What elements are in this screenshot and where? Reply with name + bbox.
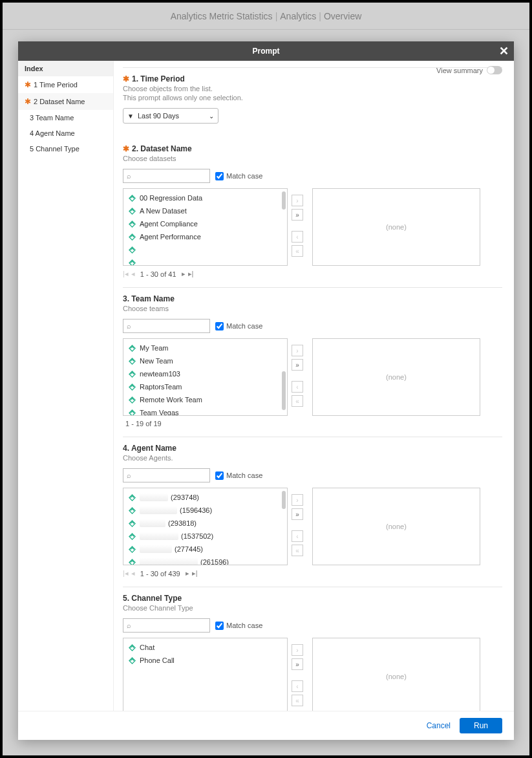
close-icon[interactable]: ✕ <box>499 44 509 58</box>
list-item-label: Phone Call <box>140 656 175 664</box>
list-item[interactable]: (293748) <box>123 491 287 504</box>
scrollbar-thumb[interactable] <box>282 491 286 509</box>
pager: |◂◂1 - 30 of 41▸▸| <box>123 270 502 278</box>
move-all-right-button[interactable]: » <box>292 209 303 221</box>
move-all-right-button[interactable]: » <box>292 359 303 371</box>
list-item[interactable]: My Team <box>123 341 287 354</box>
match-case-checkbox[interactable] <box>215 322 224 330</box>
list-item[interactable]: (1537502) <box>123 530 287 543</box>
list-item-label: New Team <box>140 357 173 365</box>
pager-prev-button[interactable]: ◂ <box>131 270 135 278</box>
list-item[interactable]: RaptorsTeam <box>123 380 287 393</box>
pager-prev-button[interactable]: ◂ <box>131 569 135 578</box>
move-right-button[interactable]: › <box>292 195 303 206</box>
pager-first-button[interactable]: |◂ <box>123 569 129 578</box>
move-left-button[interactable]: ‹ <box>292 381 303 393</box>
transfer-buttons: ›»‹« <box>288 338 307 416</box>
page-breadcrumb: Analytics Metric Statistics | Analytics … <box>3 3 529 30</box>
list-item[interactable]: 00 Regression Data <box>123 191 287 204</box>
time-period-dropdown[interactable]: ▼ Last 90 Days ⌄ <box>123 108 218 124</box>
match-case-label[interactable]: Match case <box>215 471 262 480</box>
selected-list: (none) <box>312 338 480 416</box>
move-left-button[interactable]: ‹ <box>292 530 303 542</box>
match-case-checkbox[interactable] <box>215 622 224 630</box>
pager: 1 - 19 of 19 <box>123 420 502 428</box>
move-all-left-button[interactable]: « <box>292 245 303 257</box>
match-case-label[interactable]: Match case <box>215 322 262 330</box>
pager-next-button[interactable]: ▸ <box>186 569 189 578</box>
section-agent: 4. Agent NameChoose Agents.⌕Match case(2… <box>123 437 502 587</box>
transfer-buttons: ›»‹« <box>288 488 307 565</box>
dataset-icon <box>129 345 136 352</box>
cancel-button[interactable]: Cancel <box>427 721 451 730</box>
search-box: ⌕ <box>123 618 210 633</box>
match-case-label[interactable]: Match case <box>215 622 262 630</box>
list-item[interactable]: Remote Work Team <box>123 393 287 406</box>
pager: |◂◂1 - 30 of 439▸▸| <box>123 569 502 578</box>
list-item[interactable] <box>123 243 287 256</box>
move-all-right-button[interactable]: » <box>292 508 303 520</box>
sidebar-item-4[interactable]: 5 Channel Type <box>18 141 113 157</box>
scrollbar-thumb[interactable] <box>282 191 286 210</box>
move-all-left-button[interactable]: « <box>292 695 303 706</box>
pager-first-button[interactable]: |◂ <box>123 270 129 278</box>
list-item[interactable]: (1596436) <box>123 504 287 517</box>
list-item-label: Agent Performance <box>140 233 201 241</box>
search-input[interactable] <box>134 471 206 479</box>
list-item[interactable]: A New Dataset <box>123 204 287 217</box>
move-all-left-button[interactable]: « <box>292 395 303 407</box>
sidebar-item-1[interactable]: ✱2 Dataset Name <box>18 93 113 110</box>
list-item[interactable]: newteam103 <box>123 367 287 380</box>
list-item[interactable]: Phone Call <box>123 654 287 667</box>
search-input[interactable] <box>134 322 206 330</box>
list-item[interactable]: New Team <box>123 354 287 367</box>
pager-last-button[interactable]: ▸| <box>188 270 194 278</box>
search-icon: ⌕ <box>127 622 131 629</box>
dataset-icon <box>129 259 136 266</box>
move-all-right-button[interactable]: » <box>292 658 303 670</box>
agent-id: (293818) <box>168 519 197 527</box>
sidebar-item-label: 2 Dataset Name <box>34 98 85 105</box>
dataset-icon <box>129 657 136 664</box>
sidebar-item-0[interactable]: ✱1 Time Period <box>18 76 113 93</box>
move-right-button[interactable]: › <box>292 644 303 656</box>
search-icon: ⌕ <box>127 471 131 479</box>
sidebar-item-3[interactable]: 4 Agent Name <box>18 125 113 141</box>
list-item[interactable]: Agent Compliance <box>123 217 287 230</box>
move-left-button[interactable]: ‹ <box>292 680 303 692</box>
modal-header: Prompt ✕ <box>18 41 514 61</box>
list-item[interactable]: Chat <box>123 641 287 654</box>
agent-id: (261596) <box>200 558 229 565</box>
pager-last-button[interactable]: ▸| <box>192 569 198 578</box>
prompt-modal: Prompt ✕ Index ✱1 Time Period✱2 Dataset … <box>18 41 514 740</box>
list-item[interactable]: Team Vegas <box>123 406 287 415</box>
list-item[interactable]: (261596) <box>123 556 287 565</box>
list-item[interactable] <box>123 256 287 265</box>
breadcrumb-part: Overview <box>324 11 361 21</box>
section-title: 1. Time Period <box>132 74 185 83</box>
section-desc: Choose Channel Type <box>123 604 502 612</box>
sidebar-item-2[interactable]: 3 Team Name <box>18 110 113 125</box>
search-input[interactable] <box>134 172 206 180</box>
sidebar-item-label: 3 Team Name <box>30 114 74 122</box>
match-case-label[interactable]: Match case <box>215 172 262 180</box>
move-right-button[interactable]: › <box>292 494 303 506</box>
modal-title: Prompt <box>253 47 280 56</box>
match-case-checkbox[interactable] <box>215 172 224 180</box>
search-input[interactable] <box>134 622 206 629</box>
list-item[interactable]: (277445) <box>123 543 287 556</box>
section-title: 4. Agent Name <box>123 444 176 453</box>
scrollbar-thumb[interactable] <box>282 371 286 410</box>
list-item[interactable]: Agent Performance <box>123 230 287 243</box>
move-right-button[interactable]: › <box>292 345 303 356</box>
view-summary-toggle[interactable] <box>487 66 502 74</box>
run-button[interactable]: Run <box>460 718 502 733</box>
match-case-checkbox[interactable] <box>215 471 224 480</box>
move-left-button[interactable]: ‹ <box>292 231 303 243</box>
dataset-icon <box>129 208 136 215</box>
pager-next-button[interactable]: ▸ <box>182 270 186 278</box>
list-item[interactable]: (293818) <box>123 517 287 530</box>
list-item-label: Chat <box>140 644 154 651</box>
move-all-left-button[interactable]: « <box>292 545 303 556</box>
section-desc: This prompt allows only one selection. <box>123 94 502 102</box>
